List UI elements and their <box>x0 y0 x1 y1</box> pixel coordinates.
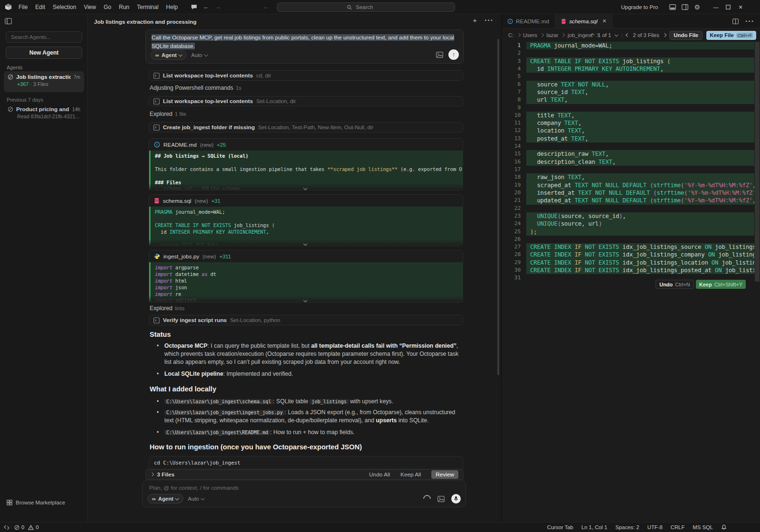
breadcrumb-item[interactable]: lazar <box>547 32 559 38</box>
chevron-right-icon[interactable] <box>150 473 154 476</box>
agent-mode-pill[interactable]: ∞ Agent <box>147 494 183 504</box>
global-search[interactable] <box>277 2 455 12</box>
menu-run[interactable]: Run <box>115 4 133 10</box>
undo-all-button[interactable]: Undo All <box>369 471 390 478</box>
panel-bottom-icon[interactable] <box>666 4 679 10</box>
eol-sequence[interactable]: CRLF <box>671 524 685 530</box>
agent-note: Exploredlints <box>150 305 184 312</box>
chat-input-box[interactable]: ∞ Agent Auto <box>142 480 466 507</box>
split-editor-icon[interactable] <box>732 19 739 24</box>
undo-change-button[interactable]: UndoCtrl+N <box>656 280 694 289</box>
diff-card-ingest[interactable]: ingest_jobs.py (new) +311 import argpars… <box>149 250 463 303</box>
agent-note: Explored1 file <box>150 111 186 117</box>
model-auto-dropdown[interactable]: Auto <box>188 496 204 502</box>
notifications-bell-icon[interactable] <box>721 524 727 530</box>
problems-indicator[interactable]: 0 0 <box>14 524 39 530</box>
breadcrumb-item[interactable]: C: <box>508 32 514 38</box>
menu-view[interactable]: View <box>80 4 100 10</box>
menu-edit[interactable]: Edit <box>31 4 49 10</box>
sidebar-toggle-icon[interactable] <box>5 18 12 24</box>
window-minimize-button[interactable]: — <box>710 4 722 10</box>
undo-file-button[interactable]: Undo File <box>669 31 703 40</box>
nav-back-icon[interactable]: ← <box>200 3 212 10</box>
browse-marketplace[interactable]: Browse Marketplace <box>7 500 65 505</box>
pending-files-bar: 3 Files Undo All Keep All Review <box>145 469 464 480</box>
tool-call-card[interactable]: List workspace top-level contents cd, di… <box>149 70 463 81</box>
indentation[interactable]: Spaces: 2 <box>616 524 639 530</box>
agent-item-product-pricing[interactable]: Product pricing and sto... 14h Read 83fa… <box>4 104 84 123</box>
attach-image-icon[interactable] <box>437 496 445 502</box>
menu-go[interactable]: Go <box>100 4 115 10</box>
send-button[interactable]: ↑ <box>448 49 459 60</box>
menu-terminal[interactable]: Terminal <box>133 4 162 10</box>
language-mode[interactable]: MS SQL <box>693 524 713 530</box>
tool-call-card[interactable]: Verify ingest script runs Set-Location, … <box>149 315 463 325</box>
warning-icon <box>28 525 34 530</box>
tool-call-card[interactable]: List workspace top-level contents Set-Lo… <box>149 96 463 106</box>
close-icon[interactable]: ✕ <box>602 18 607 24</box>
remote-window-icon[interactable] <box>4 525 10 530</box>
panel-right-icon[interactable] <box>679 4 691 10</box>
gear-icon[interactable]: ⚙ <box>691 3 703 11</box>
keep-all-button[interactable]: Keep All <box>400 471 421 478</box>
agents-search-input[interactable] <box>10 34 78 40</box>
tab-schema[interactable]: schema.sql ✕ <box>555 14 613 28</box>
infinity-icon: ∞ <box>155 52 159 58</box>
agent-icon <box>8 106 13 112</box>
chat-input[interactable] <box>148 484 397 492</box>
menu-selection[interactable]: Selection <box>49 4 80 10</box>
attach-image-icon[interactable] <box>436 52 443 58</box>
search-icon <box>347 5 352 10</box>
files-count[interactable]: 3 Files <box>157 471 175 478</box>
microphone-button[interactable] <box>451 494 461 504</box>
window-maximize-button[interactable] <box>722 5 734 10</box>
terminal-icon <box>153 98 160 104</box>
prev-change-icon[interactable] <box>591 34 595 38</box>
editor-scrollbar[interactable] <box>754 42 760 522</box>
tool-call-card[interactable]: Create job_ingest folder if missing Set-… <box>149 122 463 133</box>
previous-section-label: Previous 7 days <box>7 97 43 103</box>
tab-readme[interactable]: README.md <box>502 14 555 28</box>
chat-more-icon[interactable]: ··· <box>484 16 494 25</box>
search-input[interactable] <box>355 4 385 10</box>
new-chat-icon[interactable]: + <box>473 16 477 25</box>
diff-card-schema[interactable]: schema.sql (new) +31 PRAGMA journal_mode… <box>149 194 463 246</box>
nav-forward-icon[interactable]: → <box>212 3 224 10</box>
keep-file-button[interactable]: Keep FileCtrl+⏎ <box>706 31 756 40</box>
editor-more-icon[interactable]: ··· <box>745 17 754 26</box>
diff-card-readme[interactable]: README.md (new) +25 ## Job listings → SQ… <box>149 138 463 190</box>
model-auto-dropdown[interactable]: Auto <box>191 52 208 58</box>
cursor-position[interactable]: Ln 1, Col 1 <box>581 524 608 530</box>
breadcrumb-item[interactable]: job_ingest <box>568 32 592 38</box>
menu-help[interactable]: Help <box>162 4 182 10</box>
infinity-icon: ∞ <box>152 496 156 502</box>
agent-mode-pill[interactable]: ∞ Agent <box>151 50 187 60</box>
next-change-icon[interactable] <box>614 33 618 37</box>
prev-file-icon[interactable] <box>626 33 630 37</box>
review-button[interactable]: Review <box>431 470 458 479</box>
comment-icon[interactable] <box>188 4 200 10</box>
agents-search[interactable] <box>6 31 82 43</box>
new-agent-button[interactable]: New Agent <box>6 47 82 59</box>
info-icon <box>507 19 513 24</box>
info-icon <box>154 142 160 148</box>
cursor-tab-status[interactable]: Cursor Tab <box>547 524 573 530</box>
agent-title: Job listings extraction a... <box>16 74 71 80</box>
agent-item-job-listings[interactable]: Job listings extraction a... 7m +367 · 3… <box>4 71 84 92</box>
change-position: 1 of 1 <box>598 32 611 38</box>
encoding[interactable]: UTF-8 <box>647 524 663 530</box>
status-heading: Status <box>150 331 171 338</box>
agent-note: Adjusting Powershell commands1s <box>150 85 241 91</box>
history-back-icon[interactable]: ← <box>260 3 272 10</box>
terminal-icon <box>153 317 160 323</box>
next-file-icon[interactable] <box>663 33 666 37</box>
user-message-card[interactable]: Call the Octoparse MCP, get real job lis… <box>145 29 464 64</box>
agent-time: 7m <box>74 75 80 80</box>
database-icon <box>561 19 566 24</box>
chat-scrollbar[interactable] <box>497 39 499 375</box>
upgrade-to-pro[interactable]: Upgrade to Pro <box>621 4 658 10</box>
window-close-button[interactable]: ✕ <box>734 4 747 10</box>
menu-file[interactable]: File <box>15 4 31 10</box>
keep-change-button[interactable]: KeepCtrl+Shift+Y <box>696 280 746 289</box>
breadcrumb-item[interactable]: Users <box>523 32 537 38</box>
